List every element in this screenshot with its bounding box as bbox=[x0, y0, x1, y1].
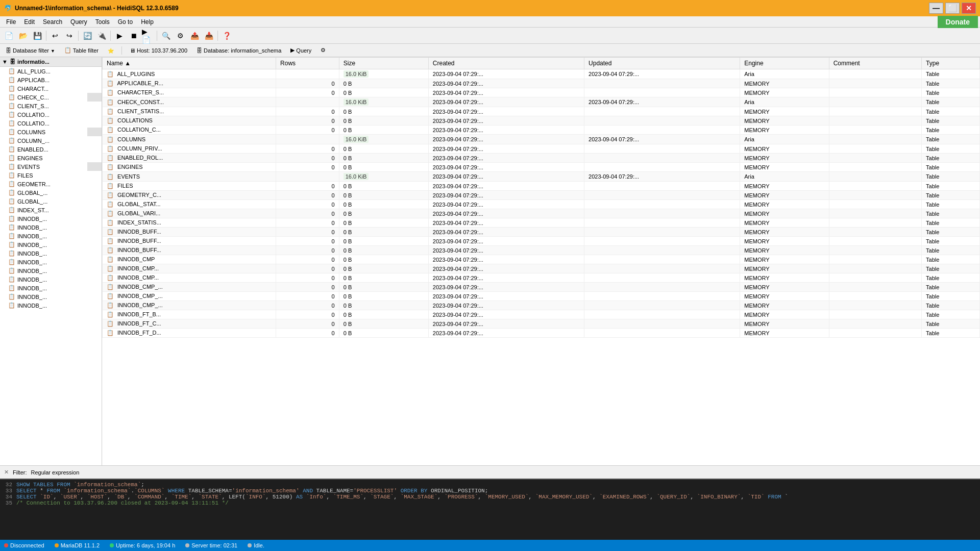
table-row[interactable]: 📋 GLOBAL_STAT... 0 0 B 2023-09-04 07:29:… bbox=[103, 200, 980, 209]
col-type[interactable]: Type bbox=[922, 58, 980, 69]
sidebar-item-10[interactable]: 📋ENGINES bbox=[0, 154, 102, 162]
sidebar-item-15[interactable]: 📋GLOBAL_... bbox=[0, 197, 102, 206]
table-row[interactable]: 📋 INNODB_FT_B... 0 0 B 2023-09-04 07:29:… bbox=[103, 310, 980, 319]
table-row[interactable]: 📋 CLIENT_STATIS... 0 0 B 2023-09-04 07:2… bbox=[103, 107, 980, 116]
menu-edit[interactable]: Edit bbox=[20, 17, 39, 27]
table-row[interactable]: 📋 GLOBAL_VARI... 0 0 B 2023-09-04 07:29:… bbox=[103, 209, 980, 218]
nav-host[interactable]: 🖥 Host: 103.37.96.200 bbox=[126, 46, 191, 55]
sidebar-item-0[interactable]: 📋ALL_PLUG... bbox=[0, 67, 102, 76]
table-row[interactable]: 📋 INDEX_STATIS... 0 0 B 2023-09-04 07:29… bbox=[103, 218, 980, 228]
sidebar-item-9[interactable]: 📋ENABLED... bbox=[0, 145, 102, 154]
sidebar-item-18[interactable]: 📋INNODB_... bbox=[0, 223, 102, 232]
sidebar-item-19[interactable]: 📋INNODB_... bbox=[0, 232, 102, 240]
nav-database[interactable]: 🗄 Database: information_schema bbox=[193, 46, 285, 55]
sidebar-item-25[interactable]: 📋INNODB_... bbox=[0, 284, 102, 292]
table-row[interactable]: 📋 INNODB_BUFF... 0 0 B 2023-09-04 07:29:… bbox=[103, 228, 980, 237]
menu-file[interactable]: File bbox=[2, 17, 20, 27]
table-row[interactable]: 📋 EVENTS 16.0 KiB 2023-09-04 07:29:... 2… bbox=[103, 172, 980, 182]
sidebar-item-20[interactable]: 📋INNODB_... bbox=[0, 240, 102, 249]
sidebar-item-21[interactable]: 📋INNODB_... bbox=[0, 249, 102, 258]
table-row[interactable]: 📋 FILES 0 0 B 2023-09-04 07:29:... MEMOR… bbox=[103, 182, 980, 191]
minimize-button[interactable]: — bbox=[929, 3, 943, 14]
table-row[interactable]: 📋 ALL_PLUGINS 16.0 KiB 2023-09-04 07:29:… bbox=[103, 69, 980, 79]
table-row[interactable]: 📋 COLUMN_PRIV... 0 0 B 2023-09-04 07:29:… bbox=[103, 144, 980, 154]
sidebar-item-5[interactable]: 📋COLLATIO... bbox=[0, 110, 102, 119]
stop-button[interactable]: ⏹ bbox=[127, 30, 140, 42]
help-icon[interactable]: ❓ bbox=[220, 30, 233, 42]
table-row[interactable]: 📋 COLLATION_C... 0 0 B 2023-09-04 07:29:… bbox=[103, 126, 980, 135]
menu-goto[interactable]: Go to bbox=[114, 17, 137, 27]
sidebar-item-16[interactable]: 📋INDEX_ST... bbox=[0, 206, 102, 214]
undo-button[interactable]: ↩ bbox=[48, 30, 62, 42]
sidebar-item-22[interactable]: 📋INNODB_... bbox=[0, 258, 102, 266]
nav-table-filter[interactable]: 📋 Table filter bbox=[61, 45, 102, 55]
table-row[interactable]: 📋 INNODB_CMP_... 0 0 B 2023-09-04 07:29:… bbox=[103, 292, 980, 301]
content-area[interactable]: Name ▲ Rows Size Created Updated Engine … bbox=[102, 57, 980, 465]
sidebar-item-24[interactable]: 📋INNODB_... bbox=[0, 275, 102, 284]
col-size[interactable]: Size bbox=[339, 58, 428, 69]
table-row[interactable]: 📋 ENABLED_ROL... 0 0 B 2023-09-04 07:29:… bbox=[103, 154, 980, 163]
col-name[interactable]: Name ▲ bbox=[103, 58, 276, 69]
menu-search[interactable]: Search bbox=[39, 17, 66, 27]
maximize-button[interactable]: ⬜ bbox=[945, 3, 960, 14]
search-icon[interactable]: 🔍 bbox=[159, 30, 173, 42]
new-button[interactable]: 📄 bbox=[2, 30, 15, 42]
filter-close-button[interactable]: ✕ bbox=[4, 469, 9, 475]
menu-help[interactable]: Help bbox=[137, 17, 158, 27]
sidebar-item-26[interactable]: 📋INNODB_... bbox=[0, 292, 102, 301]
sidebar-item-14[interactable]: 📋GLOBAL_... bbox=[0, 188, 102, 197]
table-row[interactable]: 📋 COLLATIONS 0 0 B 2023-09-04 07:29:... … bbox=[103, 116, 980, 126]
connect-button[interactable]: 🔌 bbox=[95, 30, 108, 42]
sidebar-item-4[interactable]: 📋CLIENT_S... bbox=[0, 102, 102, 110]
menu-tools[interactable]: Tools bbox=[91, 17, 114, 27]
sidebar-item-17[interactable]: 📋INNODB_... bbox=[0, 214, 102, 223]
table-row[interactable]: 📋 INNODB_CMP... 0 0 B 2023-09-04 07:29:.… bbox=[103, 273, 980, 283]
save-button[interactable]: 💾 bbox=[31, 30, 44, 42]
nav-query[interactable]: ▶ Query bbox=[287, 45, 315, 55]
table-row[interactable]: 📋 INNODB_CMP_... 0 0 B 2023-09-04 07:29:… bbox=[103, 283, 980, 292]
donate-button[interactable]: Donate bbox=[938, 16, 978, 28]
menu-query[interactable]: Query bbox=[66, 17, 91, 27]
table-row[interactable]: 📋 INNODB_CMP_... 0 0 B 2023-09-04 07:29:… bbox=[103, 301, 980, 310]
sidebar-item-6[interactable]: 📋COLLATIO... bbox=[0, 119, 102, 128]
sidebar-header[interactable]: ▼ 🗄 informatio... bbox=[0, 57, 102, 67]
table-row[interactable]: 📋 CHECK_CONST... 16.0 KiB 2023-09-04 07:… bbox=[103, 97, 980, 107]
sidebar-item-3[interactable]: 📋CHECK_C... bbox=[0, 93, 102, 102]
sidebar-item-12[interactable]: 📋FILES bbox=[0, 171, 102, 180]
nav-database-filter[interactable]: 🗄 Database filter bbox=[2, 46, 59, 55]
table-row[interactable]: 📋 COLUMNS 16.0 KiB 2023-09-04 07:29:... … bbox=[103, 135, 980, 144]
run-file-button[interactable]: ▶📄 bbox=[141, 30, 155, 42]
sidebar-item-7[interactable]: 📋COLUMNS bbox=[0, 128, 102, 136]
col-rows[interactable]: Rows bbox=[276, 58, 339, 69]
nav-query-options[interactable]: ⚙ bbox=[317, 45, 329, 55]
table-row[interactable]: 📋 INNODB_FT_C... 0 0 B 2023-09-04 07:29:… bbox=[103, 319, 980, 329]
query-area[interactable]: 32 SHOW TABLES FROM `information_schema`… bbox=[0, 479, 980, 540]
close-button[interactable]: ✕ bbox=[962, 3, 976, 14]
refresh-button[interactable]: 🔄 bbox=[81, 30, 94, 42]
sidebar-item-1[interactable]: 📋APPLICAB... bbox=[0, 76, 102, 84]
col-created[interactable]: Created bbox=[428, 58, 584, 69]
table-row[interactable]: 📋 INNODB_CMP... 0 0 B 2023-09-04 07:29:.… bbox=[103, 264, 980, 273]
export-button[interactable]: 📤 bbox=[188, 30, 201, 42]
nav-favorite[interactable] bbox=[104, 46, 117, 55]
col-comment[interactable]: Comment bbox=[829, 58, 921, 69]
open-button[interactable]: 📂 bbox=[16, 30, 30, 42]
sidebar-item-27[interactable]: 📋INNODB_... bbox=[0, 301, 102, 310]
sidebar-item-11[interactable]: 📋EVENTS bbox=[0, 162, 102, 171]
filter-button[interactable]: ⚙ bbox=[174, 30, 187, 42]
sidebar-item-23[interactable]: 📋INNODB_... bbox=[0, 266, 102, 275]
table-row[interactable]: 📋 GEOMETRY_C... 0 0 B 2023-09-04 07:29:.… bbox=[103, 191, 980, 200]
import-button[interactable]: 📥 bbox=[202, 30, 215, 42]
redo-button[interactable]: ↪ bbox=[63, 30, 76, 42]
sidebar-item-8[interactable]: 📋COLUMN_... bbox=[0, 136, 102, 145]
sidebar-item-13[interactable]: 📋GEOMETR... bbox=[0, 180, 102, 188]
table-row[interactable]: 📋 CHARACTER_S... 0 0 B 2023-09-04 07:29:… bbox=[103, 88, 980, 97]
col-updated[interactable]: Updated bbox=[584, 58, 740, 69]
table-row[interactable]: 📋 INNODB_CMP 0 0 B 2023-09-04 07:29:... … bbox=[103, 255, 980, 264]
table-row[interactable]: 📋 APPLICABLE_R... 0 0 B 2023-09-04 07:29… bbox=[103, 79, 980, 88]
table-row[interactable]: 📋 INNODB_BUFF... 0 0 B 2023-09-04 07:29:… bbox=[103, 237, 980, 246]
table-row[interactable]: 📋 ENGINES 0 0 B 2023-09-04 07:29:... MEM… bbox=[103, 163, 980, 172]
run-button[interactable]: ▶ bbox=[113, 30, 126, 42]
sidebar-item-2[interactable]: 📋CHARACT... bbox=[0, 84, 102, 93]
col-engine[interactable]: Engine bbox=[740, 58, 829, 69]
